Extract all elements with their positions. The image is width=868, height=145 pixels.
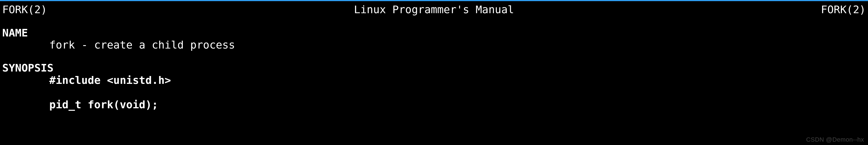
name-description: fork - create a child process — [2, 39, 866, 51]
manpage-header: FORK(2) Linux Programmer's Manual FORK(2… — [0, 1, 868, 16]
section-heading-synopsis: SYNOPSIS — [2, 62, 866, 74]
synopsis-include: #include <unistd.h> — [2, 74, 866, 87]
synopsis-prototype: pid_t fork(void); — [2, 99, 866, 111]
header-right-title: FORK(2) — [821, 3, 866, 16]
header-center-title: Linux Programmer's Manual — [47, 3, 821, 16]
manpage-content: NAME fork - create a child process SYNOP… — [0, 27, 868, 111]
header-left-title: FORK(2) — [2, 3, 47, 16]
watermark-text: CSDN @Demon--hx — [806, 136, 864, 143]
section-heading-name: NAME — [2, 27, 866, 39]
blank-line — [2, 86, 866, 99]
